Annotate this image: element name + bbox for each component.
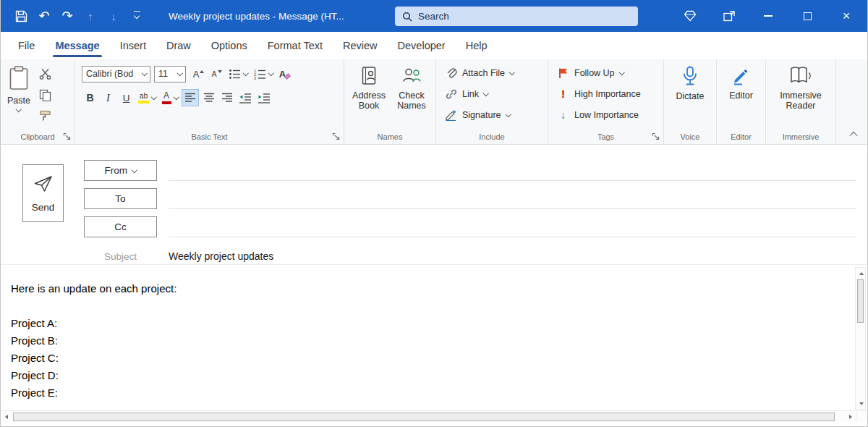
vertical-scrollbar[interactable] — [855, 267, 866, 410]
align-left-button[interactable] — [182, 89, 199, 106]
decrease-indent-icon — [239, 93, 252, 103]
dictate-button[interactable]: Dictate — [673, 64, 707, 129]
window-bottom-edge — [1, 422, 867, 426]
check-names-button[interactable]: Check Names — [391, 64, 432, 129]
vertical-scroll-thumb[interactable] — [857, 279, 864, 323]
minimize-button[interactable] — [749, 0, 788, 32]
signature-button[interactable]: Signature — [440, 104, 544, 125]
low-importance-button[interactable]: ↓ Low Importance — [552, 104, 660, 125]
cc-field[interactable] — [169, 216, 856, 237]
decrease-indent-button[interactable] — [237, 89, 254, 106]
search-input[interactable] — [418, 11, 631, 22]
clear-formatting-button[interactable]: A — [276, 65, 293, 83]
signature-icon — [445, 109, 457, 121]
body-line: Project B: — [11, 332, 838, 350]
customize-quick-access-icon[interactable] — [125, 4, 148, 28]
message-body-text: Here is an update on each project: Proje… — [1, 265, 867, 402]
message-body[interactable]: Here is an update on each project: Proje… — [1, 265, 867, 410]
increase-indent-button[interactable] — [255, 89, 273, 106]
svg-text:3: 3 — [254, 76, 256, 80]
tab-options[interactable]: Options — [201, 32, 258, 59]
scroll-up-button[interactable] — [856, 268, 867, 279]
tab-draw[interactable]: Draw — [156, 32, 201, 59]
bold-button[interactable]: B — [82, 89, 98, 106]
underline-button[interactable]: U — [118, 89, 135, 106]
paste-button[interactable]: Paste — [4, 64, 33, 129]
from-field[interactable] — [169, 160, 856, 181]
collapse-ribbon-button[interactable] — [847, 129, 860, 140]
scroll-right-button[interactable] — [845, 411, 856, 422]
attach-file-button[interactable]: Attach File — [440, 62, 544, 83]
tab-file[interactable]: File — [8, 32, 45, 59]
body-line: Project A: — [11, 315, 838, 332]
low-importance-icon: ↓ — [557, 109, 569, 121]
numbering-button[interactable]: 123 — [252, 65, 276, 83]
horizontal-scrollbar[interactable] — [1, 410, 867, 422]
tab-format-text[interactable]: Format Text — [258, 32, 333, 59]
scroll-left-button[interactable] — [1, 411, 12, 422]
body-line: Here is an update on each project: — [11, 280, 838, 297]
send-button[interactable]: Send — [22, 164, 64, 222]
move-down-icon[interactable]: ↓ — [102, 4, 125, 28]
from-button[interactable]: From — [84, 160, 157, 181]
italic-button[interactable]: I — [100, 89, 116, 106]
close-button[interactable]: × — [827, 0, 866, 32]
high-importance-button[interactable]: ! High Importance — [552, 83, 660, 104]
to-button[interactable]: To — [84, 188, 157, 209]
follow-up-button[interactable]: Follow Up — [552, 62, 660, 83]
tab-developer[interactable]: Developer — [388, 32, 456, 59]
outlook-message-window: ↶ ↷ ↑ ↓ Weekly project updates - Message… — [0, 0, 868, 427]
cut-button[interactable] — [37, 66, 54, 82]
copy-icon — [39, 89, 51, 101]
format-painter-button[interactable] — [37, 108, 54, 124]
window-title: Weekly project updates - Message (HT... — [169, 11, 344, 22]
font-name-select[interactable]: Calibri (Bod — [82, 66, 150, 83]
from-label: From — [105, 165, 128, 176]
editor-group-label: Editor — [731, 132, 752, 141]
shrink-font-button[interactable]: A — [208, 65, 225, 83]
tab-review[interactable]: Review — [333, 32, 388, 59]
scroll-down-button[interactable] — [856, 398, 867, 409]
copy-button[interactable] — [37, 87, 54, 103]
save-icon[interactable] — [9, 4, 33, 28]
tags-dialog-launcher[interactable] — [651, 132, 660, 141]
horizontal-scroll-thumb[interactable] — [13, 413, 835, 421]
editor-button[interactable]: Editor — [726, 64, 756, 129]
subject-field[interactable]: Weekly project updates — [169, 250, 273, 262]
address-book-button[interactable]: Address Book — [348, 64, 390, 129]
premium-diamond-icon[interactable] — [671, 0, 710, 32]
font-name-value: Calibri (Bod — [86, 69, 133, 79]
font-size-select[interactable]: 11 — [154, 66, 186, 83]
highlight-button[interactable]: ab — [136, 89, 158, 106]
immersive-reader-button[interactable]: Immersive Reader — [773, 64, 828, 129]
address-book-label: Address Book — [351, 90, 387, 111]
clipboard-group-label: Clipboard — [20, 132, 54, 141]
tab-message[interactable]: Message — [45, 32, 109, 59]
bullets-button[interactable] — [226, 65, 250, 83]
high-importance-label: High Importance — [574, 89, 641, 99]
horizontal-scroll-track[interactable] — [12, 411, 845, 422]
align-left-icon — [184, 93, 196, 103]
immersive-reader-label: Immersive Reader — [776, 90, 825, 111]
search-box[interactable] — [395, 7, 638, 26]
chevron-down-icon — [505, 111, 511, 117]
cc-button[interactable]: Cc — [84, 216, 157, 237]
tab-insert[interactable]: Insert — [110, 32, 156, 59]
basic-text-dialog-launcher[interactable] — [331, 132, 341, 141]
format-painter-icon — [39, 110, 51, 122]
font-color-button[interactable]: A — [160, 89, 181, 106]
grow-font-button[interactable]: A — [190, 65, 207, 83]
popout-icon[interactable] — [710, 0, 749, 32]
to-field[interactable] — [169, 188, 856, 209]
ribbon-group-immersive: Immersive Reader Immersive — [766, 59, 836, 144]
maximize-button[interactable] — [788, 0, 827, 32]
clipboard-dialog-launcher[interactable] — [62, 132, 72, 141]
undo-icon[interactable]: ↶ — [33, 4, 56, 28]
quick-access-toolbar: ↶ ↷ ↑ ↓ — [1, 4, 148, 28]
move-up-icon[interactable]: ↑ — [79, 4, 102, 28]
tab-help[interactable]: Help — [456, 32, 498, 59]
align-right-button[interactable] — [218, 89, 235, 106]
link-button[interactable]: Link — [440, 83, 544, 104]
align-center-button[interactable] — [200, 89, 217, 106]
redo-icon[interactable]: ↷ — [56, 4, 79, 28]
